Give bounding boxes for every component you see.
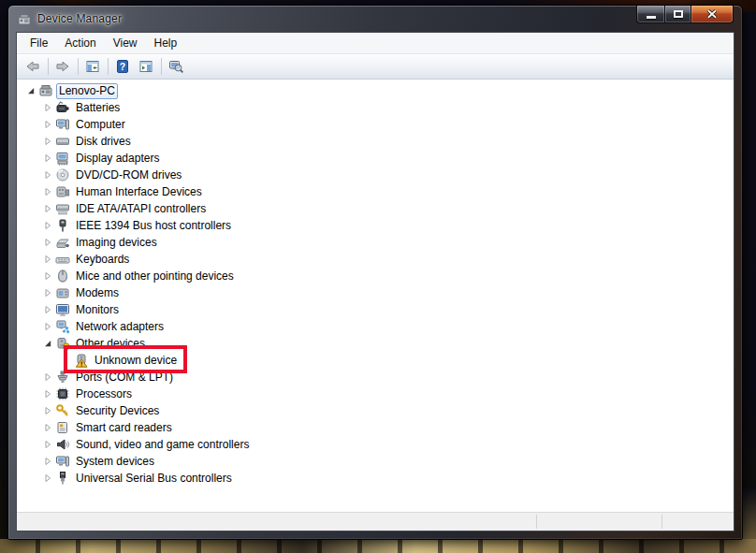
menu-file[interactable]: File [22, 33, 56, 53]
expand-toggle-icon[interactable] [41, 320, 54, 333]
menu-action[interactable]: Action [56, 33, 104, 53]
tree-item-unknown-device[interactable]: Unknown device [17, 352, 734, 369]
tree-item-label: System devices [73, 455, 157, 469]
expand-toggle-icon[interactable] [41, 404, 54, 417]
expand-toggle-icon[interactable] [41, 455, 54, 468]
maximize-button[interactable] [664, 6, 691, 23]
processor-icon [55, 386, 70, 401]
tree-item-label: Network adapters [73, 320, 167, 334]
tree-item-label: Smart card readers [73, 421, 175, 435]
tree-item-label: Processors [73, 387, 135, 401]
expand-toggle-icon[interactable] [41, 236, 54, 249]
tree-item-lenovo-pc[interactable]: Lenovo-PC [17, 82, 734, 99]
action-pane-icon [138, 59, 153, 74]
forward-button[interactable] [51, 56, 75, 78]
dvd-drive-icon [55, 167, 70, 182]
tree-item-ports-com-lpt[interactable]: Ports (COM & LPT) [17, 369, 734, 386]
serial-port-icon [55, 370, 70, 385]
expand-toggle-icon[interactable] [41, 421, 54, 434]
expand-toggle-icon[interactable] [41, 118, 54, 131]
tree-item-other-devices[interactable]: ?Other devices [17, 335, 734, 352]
collapse-toggle-icon[interactable] [41, 337, 54, 350]
tree-item-computer[interactable]: Computer [17, 116, 734, 133]
expand-toggle-icon[interactable] [41, 472, 54, 485]
network-adapter-icon [55, 319, 70, 334]
tree-item-label: Display adapters [73, 152, 162, 166]
tree-item-label: DVD/CD-ROM drives [73, 168, 184, 182]
tree-item-label: Sound, video and game controllers [73, 438, 252, 452]
expand-toggle-icon[interactable] [41, 438, 54, 451]
expand-toggle-icon[interactable] [41, 101, 54, 114]
expand-toggle-icon[interactable] [41, 219, 54, 232]
system-device-icon [55, 454, 70, 469]
tree-item-keyboards[interactable]: Keyboards [17, 251, 734, 268]
tree-item-label: IDE ATA/ATAPI controllers [73, 202, 209, 216]
expand-toggle-icon[interactable] [41, 371, 54, 384]
expand-toggle-icon[interactable] [41, 286, 54, 299]
wallpaper-keyboard [0, 539, 756, 553]
close-button[interactable] [691, 6, 734, 23]
tree-item-monitors[interactable]: Monitors [17, 301, 734, 318]
disk-drive-icon [55, 134, 70, 149]
expand-toggle-icon[interactable] [41, 185, 54, 198]
tree-item-label: Keyboards [73, 253, 132, 267]
tree-item-disk-drives[interactable]: Disk drives [17, 133, 734, 150]
client-area: FileActionViewHelp ? Lenovo-PCBatteriesC… [16, 32, 734, 531]
tree-item-imaging-devices[interactable]: Imaging devices [17, 234, 734, 251]
tree-item-security-devices[interactable]: Security Devices [17, 402, 734, 419]
toolbar-separator [108, 58, 109, 75]
close-icon [706, 9, 718, 19]
tree-item-label: Computer [73, 118, 128, 132]
other-device-icon: ? [55, 336, 70, 351]
tree-item-ide-ata-atapi-controllers[interactable]: IDE ATA/ATAPI controllers [17, 200, 734, 217]
tree-item-label: Imaging devices [73, 236, 160, 250]
menu-help[interactable]: Help [146, 33, 186, 53]
tree-item-label: Disk drives [73, 135, 134, 149]
show-console-tree-button[interactable] [81, 56, 105, 78]
tree-item-ieee-1394-bus-host-controllers[interactable]: IEEE 1394 Bus host controllers [17, 217, 734, 234]
expand-toggle-icon[interactable] [41, 303, 54, 316]
expand-toggle-icon[interactable] [41, 253, 54, 266]
tree-item-batteries[interactable]: Batteries [17, 99, 734, 116]
expand-toggle-icon[interactable] [41, 269, 54, 283]
mouse-icon [55, 269, 70, 284]
tree-item-label: Mice and other pointing devices [73, 269, 237, 284]
tree-item-system-devices[interactable]: System devices [17, 453, 734, 470]
minimize-button[interactable] [636, 6, 664, 23]
toggle-spacer [60, 354, 73, 367]
collapse-toggle-icon[interactable] [24, 84, 37, 97]
show-action-pane-button[interactable] [135, 56, 158, 78]
titlebar[interactable]: Device Manager [8, 6, 742, 32]
expand-toggle-icon[interactable] [41, 152, 54, 165]
minimize-icon [647, 16, 656, 19]
svg-text:?: ? [119, 61, 124, 72]
tree-item-label: Other devices [73, 337, 148, 351]
tree-item-mice-and-other-pointing-devices[interactable]: Mice and other pointing devices [17, 268, 734, 284]
tree-item-universal-serial-bus-controllers[interactable]: Universal Serial Bus controllers [17, 470, 734, 487]
expand-toggle-icon[interactable] [41, 168, 54, 182]
tree-item-modems[interactable]: Modems [17, 284, 734, 301]
security-key-icon [55, 403, 70, 418]
modem-icon [55, 285, 70, 300]
statusbar-separator [662, 515, 662, 529]
statusbar-separator [536, 515, 537, 529]
tree-item-human-interface-devices[interactable]: Human Interface Devices [17, 183, 734, 200]
tree-item-sound-video-and-game-controllers[interactable]: Sound, video and game controllers [17, 436, 734, 453]
tree-item-smart-card-readers[interactable]: Smart card readers [17, 419, 734, 436]
tree-item-display-adapters[interactable]: Display adapters [17, 150, 734, 167]
back-button[interactable] [22, 56, 45, 78]
usb-icon [55, 471, 70, 486]
expand-toggle-icon[interactable] [41, 135, 54, 148]
help-button[interactable]: ? [111, 56, 135, 78]
scan-hardware-button[interactable] [165, 56, 188, 78]
menu-view[interactable]: View [105, 33, 146, 53]
tree-item-network-adapters[interactable]: Network adapters [17, 318, 734, 335]
scan-computer-magnifier-icon [168, 59, 183, 74]
tree-item-dvd-cd-rom-drives[interactable]: DVD/CD-ROM drives [17, 167, 734, 183]
expand-toggle-icon[interactable] [41, 387, 54, 400]
imaging-device-icon [55, 235, 70, 250]
speaker-icon [55, 437, 70, 452]
tree-item-processors[interactable]: Processors [17, 386, 734, 402]
tree-item-label: Unknown device [92, 354, 180, 368]
expand-toggle-icon[interactable] [41, 202, 54, 215]
